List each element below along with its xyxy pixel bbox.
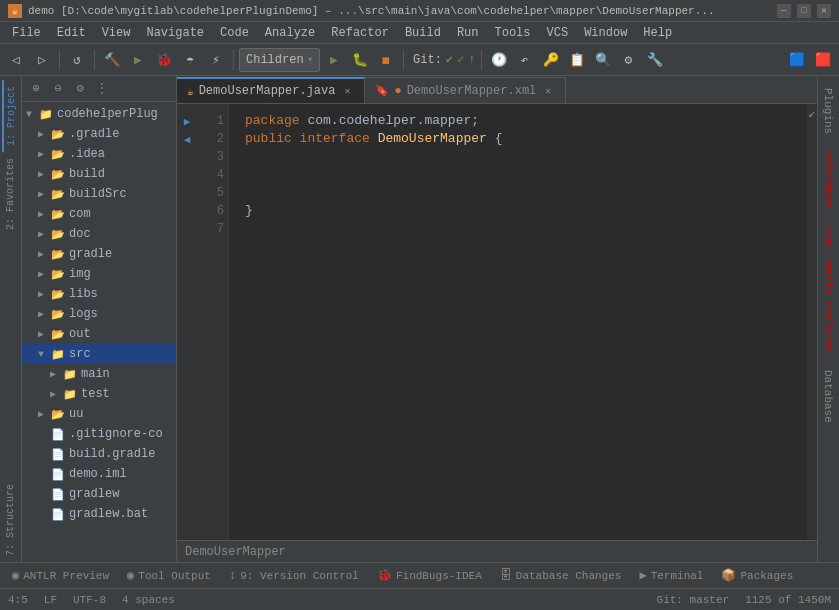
- list-item[interactable]: ▶ 📁 main: [22, 364, 176, 384]
- list-item[interactable]: ▶ 📂 build: [22, 164, 176, 184]
- tab-demousermapper-xml[interactable]: 🔖 ● DemoUserMapper.xml ✕: [365, 77, 566, 103]
- list-item[interactable]: ▶ 📂 libs: [22, 284, 176, 304]
- code-content[interactable]: package com.codehelper.mapper; public in…: [229, 104, 807, 540]
- folder-icon: 📂: [50, 186, 66, 202]
- gutter-checkmark-icon: ✔: [808, 108, 815, 121]
- vtab-structure[interactable]: 7: Structure: [3, 478, 18, 562]
- bottom-tab-findbugs[interactable]: 🐞 FindBugs-IDEA: [369, 566, 490, 585]
- menu-item-edit[interactable]: Edit: [49, 24, 94, 42]
- bottom-tab-vcs[interactable]: ↕ 9: Version Control: [221, 567, 367, 585]
- menu-item-file[interactable]: File: [4, 24, 49, 42]
- list-item[interactable]: 📄 demo.iml: [22, 464, 176, 484]
- menu-item-code[interactable]: Code: [212, 24, 257, 42]
- menu-item-navigate[interactable]: Navigate: [138, 24, 212, 42]
- bottom-tab-tooloutput[interactable]: ◉ Tool Output: [119, 566, 219, 585]
- bottom-tab-packages[interactable]: 📦 Packages: [713, 566, 801, 585]
- list-item[interactable]: ▶ 📂 .idea: [22, 144, 176, 164]
- toolbar-forward[interactable]: ▷: [30, 48, 54, 72]
- rvtab-plugins[interactable]: Plugins: [820, 80, 838, 142]
- tab-demousermapper-java[interactable]: ☕ DemoUserMapper.java ✕: [177, 77, 365, 103]
- sidebar-btn-gear[interactable]: ⋮: [92, 79, 112, 99]
- toolbar-refresh[interactable]: ↺: [65, 48, 89, 72]
- left-panel-tabs: 1: Project 2: Favorites 7: Structure: [0, 76, 22, 562]
- list-item[interactable]: 📄 gradlew: [22, 484, 176, 504]
- bottom-tab-label: ANTLR Preview: [23, 570, 109, 582]
- list-item[interactable]: ▶ 📂 out: [22, 324, 176, 344]
- tab-close-button[interactable]: ✕: [541, 84, 555, 98]
- sidebar-btn-expand[interactable]: ⊕: [26, 79, 46, 99]
- dropdown-arrow-icon: ▾: [308, 54, 313, 65]
- menu-item-refactor[interactable]: Refactor: [323, 24, 397, 42]
- bottom-tab-terminal[interactable]: ▶ Terminal: [631, 566, 711, 585]
- toolbar-separator-3: [233, 50, 234, 70]
- root-label: codehelperPlug: [57, 107, 158, 121]
- toolbar-run2[interactable]: ▶: [322, 48, 346, 72]
- toolbar-undo[interactable]: ↶: [513, 48, 537, 72]
- menu-item-run[interactable]: Run: [449, 24, 487, 42]
- list-item[interactable]: ▶ 📂 com: [22, 204, 176, 224]
- list-item[interactable]: ▶ 📂 uu: [22, 404, 176, 424]
- toolbar-more2[interactable]: ⚙: [617, 48, 641, 72]
- maximize-button[interactable]: □: [797, 4, 811, 18]
- list-item[interactable]: 📄 gradlew.bat: [22, 504, 176, 524]
- toolbar-icon1[interactable]: 🟦: [785, 48, 809, 72]
- list-item[interactable]: ▶ 📂 buildSrc: [22, 184, 176, 204]
- folder-blue-icon: 📁: [62, 386, 78, 402]
- minimize-button[interactable]: ─: [777, 4, 791, 18]
- tab-close-button[interactable]: ✕: [340, 84, 354, 98]
- tree-root[interactable]: ▼ 📁 codehelperPlug: [22, 104, 176, 124]
- toolbar-icon2[interactable]: 🟥: [811, 48, 835, 72]
- toolbar-more1[interactable]: 📋: [565, 48, 589, 72]
- list-item[interactable]: 📄 .gitignore-co: [22, 424, 176, 444]
- menu-item-view[interactable]: View: [94, 24, 139, 42]
- sidebar-btn-settings[interactable]: ⚙: [70, 79, 90, 99]
- right-panel-tabs: Plugins PsiViewer ASM Redis Explorer Dat…: [817, 76, 839, 562]
- menu-item-window[interactable]: Window: [576, 24, 635, 42]
- toolbar-time[interactable]: 🕐: [487, 48, 511, 72]
- rvtab-database[interactable]: Database: [820, 362, 838, 431]
- bottom-tab-antlr[interactable]: ◉ ANTLR Preview: [4, 566, 117, 585]
- list-item[interactable]: ▶ 📂 doc: [22, 224, 176, 244]
- toolbar-debug[interactable]: 🐞: [152, 48, 176, 72]
- sidebar-btn-collapse[interactable]: ⊖: [48, 79, 68, 99]
- rvtab-asm[interactable]: ASM: [820, 218, 838, 254]
- menu-item-help[interactable]: Help: [635, 24, 680, 42]
- menu-item-tools[interactable]: Tools: [487, 24, 539, 42]
- gutter-arrow-left[interactable]: ◀: [179, 130, 195, 148]
- menu-item-build[interactable]: Build: [397, 24, 449, 42]
- folder-orange-icon: 📂: [50, 326, 66, 342]
- title-bar: ☕ demo [D:\code\mygitlab\codehelperPlugi…: [0, 0, 839, 22]
- menu-item-analyze[interactable]: Analyze: [257, 24, 323, 42]
- window-controls[interactable]: ─ □ ✕: [777, 4, 831, 18]
- list-item[interactable]: ▶ 📂 .gradle: [22, 124, 176, 144]
- list-item[interactable]: ▶ 📁 test: [22, 384, 176, 404]
- run-config-dropdown[interactable]: Children ▾: [239, 48, 320, 72]
- list-item[interactable]: ▶ 📂 logs: [22, 304, 176, 324]
- list-item[interactable]: 📄 build.gradle: [22, 444, 176, 464]
- folder-arrow-icon: ▶: [38, 188, 50, 200]
- toolbar-debug2[interactable]: 🐛: [348, 48, 372, 72]
- gutter-empty: [179, 166, 195, 184]
- tree-item-label: buildSrc: [69, 187, 127, 201]
- toolbar-coverage[interactable]: ☂: [178, 48, 202, 72]
- menu-item-vcs[interactable]: VCS: [539, 24, 577, 42]
- rvtab-redis[interactable]: Redis Explorer: [820, 253, 838, 361]
- list-item[interactable]: ▼ 📁 src: [22, 344, 176, 364]
- vtab-favorites[interactable]: 2: Favorites: [3, 152, 18, 236]
- toolbar-settings[interactable]: 🔑: [539, 48, 563, 72]
- toolbar-build[interactable]: 🔨: [100, 48, 124, 72]
- rvtab-psiviewer[interactable]: PsiViewer: [820, 142, 838, 217]
- toolbar-back[interactable]: ◁: [4, 48, 28, 72]
- toolbar-search[interactable]: 🔍: [591, 48, 615, 72]
- gutter-arrow-right[interactable]: ▶: [179, 112, 195, 130]
- list-item[interactable]: ▶ 📂 gradle: [22, 244, 176, 264]
- vtab-project[interactable]: 1: Project: [2, 80, 19, 152]
- folder-arrow-icon: ▶: [38, 148, 50, 160]
- toolbar-profile[interactable]: ⚡: [204, 48, 228, 72]
- toolbar-stop[interactable]: ◼: [374, 48, 398, 72]
- toolbar-run[interactable]: ▶: [126, 48, 150, 72]
- close-button[interactable]: ✕: [817, 4, 831, 18]
- bottom-tab-dbchanges[interactable]: 🗄 Database Changes: [492, 566, 630, 585]
- list-item[interactable]: ▶ 📂 img: [22, 264, 176, 284]
- toolbar-more3[interactable]: 🔧: [643, 48, 667, 72]
